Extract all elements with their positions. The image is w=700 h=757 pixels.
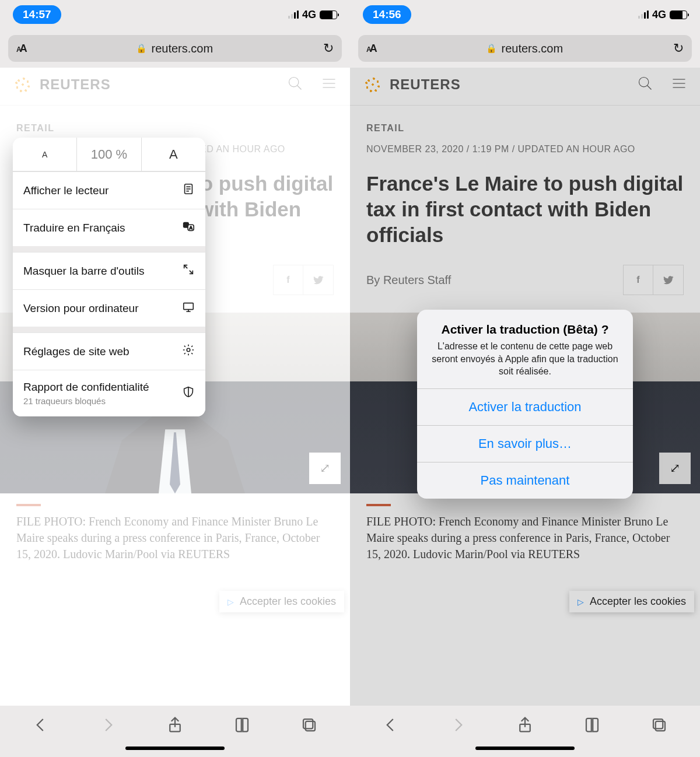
text-size-icon[interactable]: AA <box>16 43 26 55</box>
alert-later-button[interactable]: Pas maintenant <box>417 462 633 499</box>
svg-rect-28 <box>656 721 665 731</box>
network-label: 4G <box>302 9 316 21</box>
translate-icon: 文A <box>182 220 195 236</box>
back-button[interactable] <box>32 716 50 736</box>
bookmarks-button[interactable] <box>233 716 251 736</box>
menu-reader[interactable]: Afficher le lecteur <box>13 171 205 209</box>
shield-icon <box>182 385 195 401</box>
alert-more-button[interactable]: En savoir plus… <box>417 425 633 462</box>
menu-site-settings[interactable]: Réglages de site web <box>13 332 205 370</box>
tabs-button[interactable] <box>300 716 318 736</box>
status-right: 4G <box>638 9 687 21</box>
share-button[interactable] <box>166 716 184 736</box>
menu-site-settings-label: Réglages de site web <box>23 345 130 358</box>
menu-hide-toolbar-label: Masquer la barre d'outils <box>23 265 144 278</box>
bookmarks-button[interactable] <box>583 716 601 736</box>
url-bar[interactable]: AA 🔒 reuters.com ↻ <box>358 35 692 62</box>
url-display[interactable]: 🔒 reuters.com <box>32 42 317 55</box>
battery-icon <box>670 10 687 19</box>
network-label: 4G <box>652 9 666 21</box>
svg-rect-15 <box>184 303 194 310</box>
svg-rect-29 <box>653 719 663 728</box>
svg-line-13 <box>184 265 188 269</box>
status-time: 14:56 <box>363 5 411 24</box>
forward-button[interactable] <box>99 716 117 736</box>
status-bar: 14:57 4G <box>0 0 350 29</box>
share-button[interactable] <box>516 716 534 736</box>
forward-button[interactable] <box>449 716 467 736</box>
menu-reader-label: Afficher le lecteur <box>23 184 108 197</box>
phone-left: 14:57 4G AA 🔒 reuters.com ↻ REUTERS <box>0 0 350 757</box>
menu-privacy-sub: 21 traqueurs bloqués <box>23 396 149 406</box>
expand-arrows-icon <box>182 263 195 279</box>
url-text: reuters.com <box>152 42 214 55</box>
menu-desktop-site[interactable]: Version pour ordinateur <box>13 289 205 327</box>
url-display[interactable]: 🔒 reuters.com <box>382 42 667 55</box>
alert-header: Activer la traduction (Bêta) ? L'adresse… <box>417 310 633 388</box>
translate-alert: Activer la traduction (Bêta) ? L'adresse… <box>417 310 633 499</box>
tabs-button[interactable] <box>650 716 668 736</box>
menu-hide-toolbar[interactable]: Masquer la barre d'outils <box>13 252 205 289</box>
menu-translate-label: Traduire en Français <box>23 222 125 234</box>
reload-icon[interactable]: ↻ <box>673 41 684 56</box>
alert-message: L'adresse et le contenu de cette page we… <box>429 340 621 378</box>
svg-point-18 <box>187 348 190 352</box>
text-controls-popover: A 100 % A Afficher le lecteur Traduire e… <box>13 138 205 416</box>
status-bar: 14:56 4G <box>350 0 700 29</box>
gear-icon <box>182 344 195 359</box>
phone-right: 14:56 4G AA 🔒 reuters.com ↻ REUTERS <box>350 0 700 757</box>
back-button[interactable] <box>382 716 400 736</box>
signal-icon <box>288 10 299 19</box>
alert-title: Activer la traduction (Bêta) ? <box>429 323 621 337</box>
webpage: REUTERS RETAIL NOVEMBER 23, 2020 / 1:19 … <box>350 68 700 706</box>
signal-icon <box>638 10 649 19</box>
zoom-decrease[interactable]: A <box>13 138 76 171</box>
svg-rect-20 <box>306 721 315 731</box>
home-indicator[interactable] <box>125 747 225 750</box>
zoom-row: A 100 % A <box>13 138 205 171</box>
svg-rect-21 <box>303 719 313 728</box>
svg-text:A: A <box>190 225 192 230</box>
text-size-icon[interactable]: AA <box>366 43 376 55</box>
menu-privacy-report[interactable]: Rapport de confidentialité 21 traqueurs … <box>13 370 205 416</box>
menu-privacy-label: Rapport de confidentialité <box>23 381 149 394</box>
svg-line-14 <box>190 271 193 274</box>
status-time: 14:57 <box>13 5 61 24</box>
zoom-increase[interactable]: A <box>141 138 205 171</box>
url-text: reuters.com <box>502 42 564 55</box>
webpage: REUTERS RETAIL NOVEMBER 23, 2020 / 1:19 … <box>0 68 350 706</box>
lock-icon: 🔒 <box>136 43 147 54</box>
battery-icon <box>320 10 337 19</box>
zoom-value: 100 % <box>76 138 141 171</box>
menu-desktop-label: Version pour ordinateur <box>23 302 139 315</box>
home-indicator[interactable] <box>475 747 575 750</box>
lock-icon: 🔒 <box>486 43 497 54</box>
desktop-icon <box>182 300 195 316</box>
url-bar[interactable]: AA 🔒 reuters.com ↻ <box>8 35 342 62</box>
reload-icon[interactable]: ↻ <box>323 41 334 56</box>
status-right: 4G <box>288 9 337 21</box>
alert-activate-button[interactable]: Activer la traduction <box>417 388 633 425</box>
menu-translate[interactable]: Traduire en Français 文A <box>13 209 205 246</box>
reader-icon <box>182 183 195 198</box>
